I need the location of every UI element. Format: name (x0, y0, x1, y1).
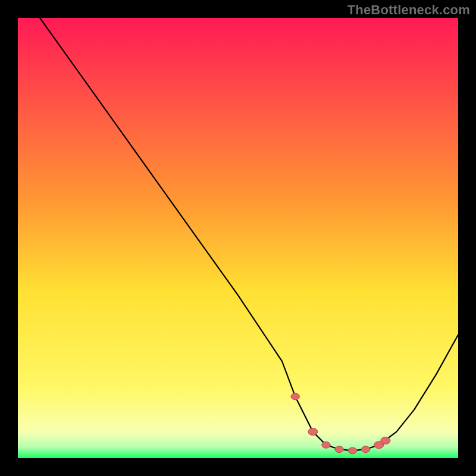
curve-marker (361, 446, 369, 453)
chart-frame: TheBottleneck.com (0, 0, 476, 476)
chart-svg (18, 18, 458, 458)
watermark-text: TheBottleneck.com (347, 2, 470, 18)
curve-marker (335, 446, 343, 453)
gradient-background (18, 18, 458, 458)
curve-marker (348, 447, 356, 454)
curve-marker (381, 437, 390, 444)
curve-marker (322, 441, 330, 448)
curve-marker (291, 393, 299, 400)
plot-area (18, 18, 458, 458)
curve-marker (308, 428, 318, 436)
